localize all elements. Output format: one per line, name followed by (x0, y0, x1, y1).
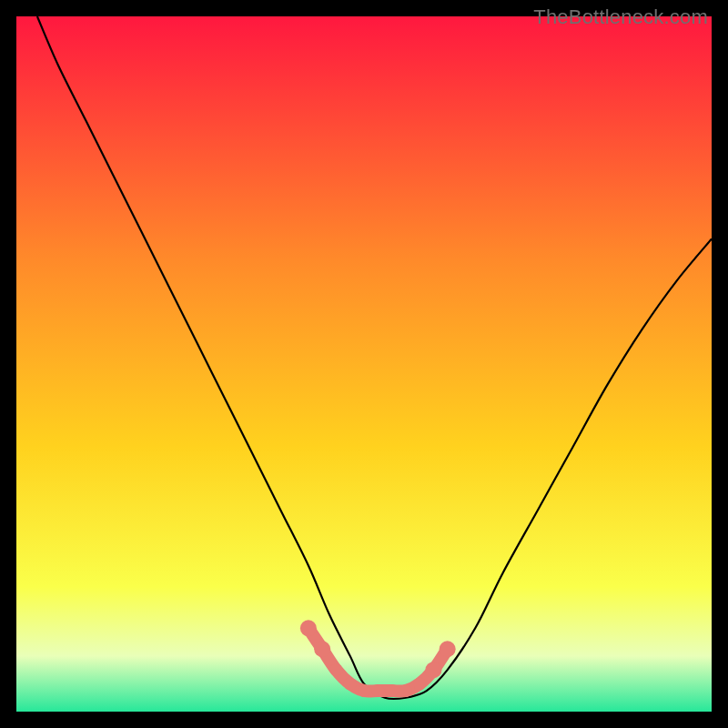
marker-dot (413, 677, 426, 690)
marker-dot (440, 641, 456, 657)
marker-dot (314, 641, 330, 657)
marker-dot (344, 677, 357, 690)
marker-dot (399, 684, 412, 697)
chart-background (16, 16, 712, 712)
marker-dot (386, 684, 399, 697)
marker-dot (329, 663, 342, 676)
marker-dot (300, 620, 317, 636)
marker-dot (358, 684, 370, 697)
bottleneck-chart (0, 0, 728, 728)
marker-dot (371, 684, 384, 697)
marker-dot (425, 662, 441, 678)
watermark-text: TheBottleneck.com (533, 5, 708, 29)
